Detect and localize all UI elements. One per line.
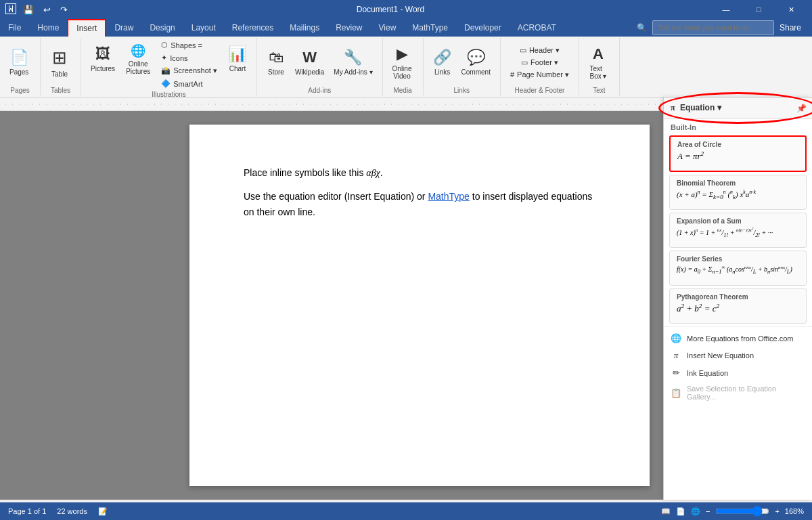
store-button[interactable]: 🛍 Store [263,42,290,83]
eq-formula-fourier: f(x) = a0 + Σn=1∞ (ancosnπx/L + bnsinnπx… [677,265,799,281]
equation-binomial[interactable]: Binomial Theorem (x + a)n = Σk=0n (nk) x… [669,175,807,210]
insert-new-equation-action[interactable]: π Insert New Equation [664,347,812,364]
wikipedia-button[interactable]: W Wikipedia [291,42,328,83]
view-icon-read[interactable]: 📖 [661,507,671,516]
pages-icon: 📄 [10,49,28,66]
undo-icon[interactable]: ↩ [41,3,53,16]
title-bar: 🅆 💾 ↩ ↷ Document1 - Word — □ ✕ [0,0,812,19]
online-pictures-button[interactable]: 🌐 OnlinePictures [122,39,154,79]
search-input[interactable] [652,20,774,35]
save-icon[interactable]: 💾 [20,3,37,16]
chart-button[interactable]: 📊 Chart [224,39,251,79]
pagenumber-icon: # [510,70,514,79]
pagenumber-button[interactable]: # Page Number ▾ [506,69,573,81]
tab-references[interactable]: References [224,19,281,37]
tab-mailings[interactable]: Mailings [281,19,328,37]
tab-view[interactable]: View [371,19,405,37]
more-equations-icon: 🌐 [671,333,681,343]
comment-button[interactable]: 💬 Comment [457,42,495,83]
eq-title-pythagorean: Pythagorean Theorem [677,293,799,301]
myaddin-button[interactable]: 🔧 My Add-ins ▾ [330,42,376,83]
online-video-button[interactable]: ▶ OnlineVideo [388,42,416,83]
table-icon: ⊞ [52,47,67,68]
inline-math: αβχ [366,168,380,178]
word-count-icon[interactable]: 📝 [98,507,108,516]
zoom-level: 168% [785,507,804,515]
text-group-label: Text [585,85,614,94]
shapes-button[interactable]: ⬡ Shapes = [157,39,221,51]
view-icon-layout[interactable]: 📄 [676,507,685,516]
comment-icon: 💬 [467,49,485,66]
myaddin-icon: 🔧 [344,49,362,66]
ribbon-group-illustrations: 🖼 Pictures 🌐 OnlinePictures ⬡ Shapes = ✦… [81,38,257,95]
pictures-button[interactable]: 🖼 Pictures [87,39,119,79]
panel-pin-icon[interactable]: 📌 [796,104,807,113]
smartart-button[interactable]: 🔷 SmartArt [157,78,221,89]
panel-header[interactable]: π Equation ▾ 📌 [664,98,812,119]
equation-fourier[interactable]: Fourier Series f(x) = a0 + Σn=1∞ (ancosn… [669,251,807,286]
more-equations-action[interactable]: 🌐 More Equations from Office.com [664,330,812,347]
document-page: Place inline symbols like this αβχ. Use … [189,125,650,486]
zoom-out-icon[interactable]: − [706,507,710,515]
ink-equation-icon: ✏ [671,368,681,378]
tab-acrobat[interactable]: ACROBAT [510,19,564,37]
screenshot-button[interactable]: 📸 Screenshot ▾ [157,65,221,77]
tab-file[interactable]: File [0,19,29,37]
minimize-button[interactable]: — [710,0,742,19]
save-selection-icon: 📋 [671,388,681,398]
view-icon-web[interactable]: 🌐 [691,507,700,516]
eq-formula-expansion: (1 + x)n = 1 + nx/1! + n(n−1)x2/2! + ··· [677,227,799,243]
zoom-slider[interactable] [715,506,769,517]
close-button[interactable]: ✕ [775,0,807,19]
doc-area: Place inline symbols like this αβχ. Use … [0,98,812,500]
share-icon[interactable]: Share [780,23,801,32]
tab-insert[interactable]: Insert [67,19,106,37]
word-icon: 🅆 [5,3,16,16]
insert-equation-icon: π [671,350,681,361]
tab-layout[interactable]: Layout [183,19,224,37]
zoom-in-icon[interactable]: + [775,507,779,515]
maximize-button[interactable]: □ [743,0,774,19]
tab-design[interactable]: Design [141,19,183,37]
tab-review[interactable]: Review [328,19,370,37]
media-group-label: Media [388,85,418,94]
tab-developer[interactable]: Developer [456,19,510,37]
wikipedia-icon: W [302,49,317,66]
ink-equation-action[interactable]: ✏ Ink Equation [664,364,812,381]
icons-button[interactable]: ✦ Icons [157,52,221,64]
equation-expansion[interactable]: Expansion of a Sum (1 + x)n = 1 + nx/1! … [669,213,807,248]
textbox-button[interactable]: A TextBox ▾ [585,42,612,83]
equation-panel: π Equation ▾ 📌 Built-In Area of Circle A… [663,98,812,500]
pages-group-label: Pages [5,85,35,94]
footer-icon: ▭ [521,58,528,67]
equation-pythagorean[interactable]: Pythagorean Theorem a2 + b2 = c2 [669,288,807,324]
icons-icon: ✦ [161,53,167,62]
word-count: 22 words [57,507,87,515]
ribbon-group-tables: ⊞ Table Tables [41,38,81,95]
title-bar-left: 🅆 💾 ↩ ↷ [5,3,70,16]
doc-paragraph-1: Place inline symbols like this αβχ. [244,165,595,181]
document-title: Document1 - Word [70,5,710,14]
mathtype-link[interactable]: MathType [428,191,469,202]
ribbon-bar: 📄 Pages Pages ⊞ Table Tables 🖼 Pictures … [0,37,812,98]
ribbon-group-links: 🔗 Links 💬 Comment Links [424,38,501,95]
tab-mathtype[interactable]: MathType [404,19,456,37]
equation-area-circle[interactable]: Area of Circle A = πr2 [669,135,807,172]
footer-button[interactable]: ▭ Footer ▾ [517,57,562,68]
links-button[interactable]: 🔗 Links [429,42,456,83]
builtin-label: Built-In [664,119,812,133]
doc-text: Place inline symbols like this αβχ. Use … [244,165,595,219]
eq-formula-binomial: (x + a)n = Σk=0n (nk) xkan-k [677,189,799,205]
pages-button[interactable]: 📄 Pages [5,42,32,83]
save-selection-action: 📋 Save Selection to Equation Gallery... [664,381,812,404]
chart-icon: 📊 [228,45,246,63]
addins-group-label: Add-ins [263,85,377,94]
ribbon-group-text: A TextBox ▾ Text [579,38,620,95]
ribbon-top-row: File Home Insert Draw Design Layout Refe… [0,19,812,37]
tab-draw[interactable]: Draw [106,19,141,37]
tab-home[interactable]: Home [29,19,67,37]
pictures-icon: 🖼 [95,45,110,63]
redo-icon[interactable]: ↷ [58,3,70,16]
header-button[interactable]: ▭ Header ▾ [516,45,564,56]
table-button[interactable]: ⊞ Table [46,42,73,83]
